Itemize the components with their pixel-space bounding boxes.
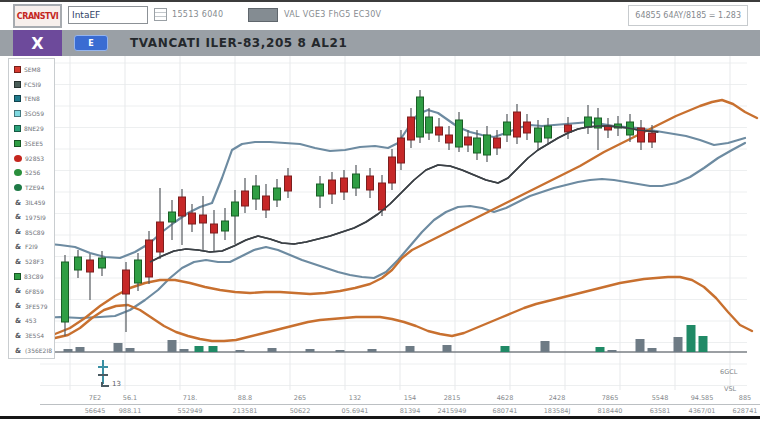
candlestick-bear [436, 127, 443, 135]
symbol-input[interactable] [68, 6, 148, 24]
x-axis-tick-top: 2428 [549, 394, 566, 402]
candlestick-bear [123, 270, 130, 294]
trading-app-window: CRANSTVI 15513 6040 VAL VGE3 FhG5 EC30V … [0, 0, 760, 426]
series-square-icon [14, 66, 21, 73]
series-glyph-icon: & [14, 199, 22, 207]
expand-button[interactable]: E [74, 35, 108, 51]
legend-item[interactable]: &(356E2I8 [14, 343, 54, 358]
legend-item[interactable]: 8NE29 [14, 121, 54, 136]
legend-item[interactable]: &3E5S4 [14, 328, 54, 343]
series-glyph-icon: & [14, 243, 22, 251]
legend-item[interactable]: SEM8 [14, 62, 54, 77]
app-logo-text: CRANSTVI [17, 12, 58, 21]
candlestick-bear [514, 112, 521, 137]
legend-item[interactable]: &85C89 [14, 225, 54, 240]
x-axis-tick-bottom: 818440 [598, 407, 623, 415]
volume-bar [114, 343, 123, 352]
volume-bar [209, 346, 218, 352]
legend-item[interactable]: &528F3 [14, 254, 54, 269]
legend-item-label: 8NE29 [24, 125, 44, 132]
date-range-label: 15513 6040 [172, 10, 223, 19]
legend-item[interactable]: &F2I9 [14, 240, 54, 255]
series-glyph-icon: & [14, 347, 22, 355]
x-axis-tick-bottom: 56645 [85, 407, 106, 415]
legend-item[interactable]: &453 [14, 314, 54, 329]
x-axis-tick-bottom: 50622 [290, 407, 311, 415]
legend-item-label: 5256 [25, 169, 40, 176]
legend-item-label: FC5I9 [24, 81, 41, 88]
candlestick-bear [263, 196, 270, 210]
legend-item-label: 3SEE5 [24, 140, 43, 147]
candlestick-bull [456, 120, 463, 147]
series-square-icon [14, 95, 21, 102]
series-square-icon [14, 125, 21, 132]
legend-item[interactable]: 3SEE5 [14, 136, 54, 151]
price-chart[interactable] [0, 56, 760, 390]
axis-separator [40, 404, 760, 405]
x-axis-tick-top: 7865 [602, 394, 619, 402]
candlestick-bear [157, 222, 164, 252]
x-axis-tick-bottom: 63581 [650, 407, 671, 415]
volume-bar [596, 347, 605, 352]
candlestick-bear [87, 260, 94, 272]
x-axis-tick-bottom: 183584J [544, 407, 571, 415]
candlestick-bear [179, 197, 186, 216]
volume-bar [674, 337, 683, 352]
close-button[interactable]: X [13, 30, 62, 56]
x-axis-tick-top: 56.1 [123, 394, 137, 402]
legend-item[interactable]: 5256 [14, 166, 54, 181]
candlestick-bull [545, 126, 552, 138]
x-axis-tick-bottom: 4367/01 [688, 407, 715, 415]
volume-bar [368, 349, 377, 352]
series-blob-icon [14, 155, 22, 162]
series-glyph-icon: & [14, 332, 22, 340]
legend-item[interactable]: &3IL459 [14, 195, 54, 210]
volume-bar [195, 346, 204, 352]
legend-item[interactable]: 3SO59 [14, 106, 54, 121]
legend-item-label: 6F859 [25, 288, 44, 295]
close-icon: X [31, 34, 43, 53]
candlestick-bull [99, 258, 106, 268]
x-axis-tick-top: 7E2 [89, 394, 101, 402]
candlestick-bear [242, 191, 249, 206]
candlestick-bull [585, 117, 592, 127]
legend-item[interactable]: FC5I9 [14, 77, 54, 92]
x-axis-tick-top: 265 [294, 394, 306, 402]
candlestick-bear [379, 183, 386, 210]
legend-item[interactable]: 92853 [14, 151, 54, 166]
legend-item[interactable]: &6F859 [14, 284, 54, 299]
candlestick-bull [426, 117, 433, 133]
legend-item-label: 3SO59 [24, 110, 44, 117]
candlestick-bull [474, 138, 481, 153]
volume-bar [699, 336, 708, 352]
legend-item[interactable]: 83C89 [14, 269, 54, 284]
legend-item[interactable]: TEN8 [14, 92, 54, 107]
status-box: 64855 64AY/8185 = 1.283 [628, 5, 748, 26]
legend-item-label: SEM8 [24, 66, 41, 73]
candlestick-bull [484, 135, 491, 155]
legend-item[interactable]: &1975I9 [14, 210, 54, 225]
legend-item-label: 85C89 [25, 229, 44, 236]
volume-bar [64, 349, 73, 352]
scale-widget[interactable]: 13 [90, 358, 130, 392]
series-glyph-icon: & [14, 213, 22, 221]
legend-item[interactable]: &3FE579 [14, 299, 54, 314]
volume-bar [76, 347, 85, 352]
candlestick-bear [367, 176, 374, 190]
bottom-divider [0, 416, 760, 419]
x-axis-tick-bottom: 2415949 [438, 407, 467, 415]
candlestick-bull [232, 202, 239, 216]
indicator-color-swatch[interactable] [248, 8, 278, 22]
indicator-label: VAL VGE3 FhG5 EC30V [284, 10, 381, 19]
volume-bar [180, 349, 189, 352]
toolbar: CRANSTVI 15513 6040 VAL VGE3 FhG5 EC30V … [0, 2, 760, 30]
candlestick-bull [353, 174, 360, 188]
calendar-icon[interactable] [154, 8, 167, 21]
candlestick-bear [408, 117, 415, 140]
volume-bar [236, 350, 245, 352]
candlestick-bear [341, 178, 348, 192]
candlestick-bear [465, 137, 472, 145]
x-axis-tick-top: 88.8 [238, 394, 252, 402]
legend-item[interactable]: TZE94 [14, 180, 54, 195]
x-axis-tick-bottom: 988.11 [119, 407, 142, 415]
